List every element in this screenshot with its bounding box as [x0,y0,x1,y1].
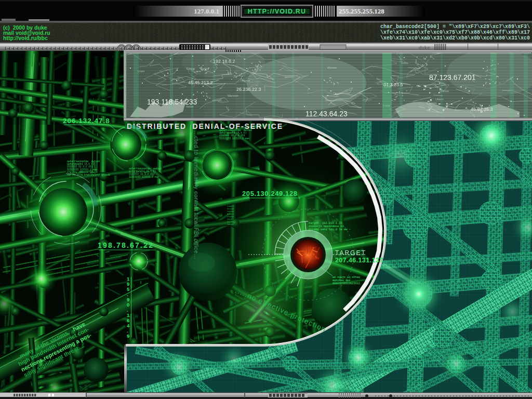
svg-text:Woxwa: Woxwa [327,66,337,69]
svg-text:32313133 123321.2 ewe: 32313133 123321.2 ewe [129,176,159,178]
svg-text:255.255.255.128: 255.255.255.128 [339,7,384,15]
svg-text:46.82.35.3: 46.82.35.3 [471,107,493,112]
svg-text:112.43.64.23: 112.43.64.23 [305,110,348,118]
svg-text:dskakd owkq ldq,d lw ww –: dskakd owkq ldq,d lw ww – [309,228,351,231]
svg-text:HTTP://VOID.RU: HTTP://VOID.RU [248,8,307,15]
svg-text:char_basecode2[500] = "\x89\xF: char_basecode2[500] = "\x89\xF7\x29\xc7\… [380,24,530,30]
svg-text:32313133 123321.2 ewe: 32313133 123321.2 ewe [219,137,249,140]
svg-text:11011: 11011 [227,205,234,207]
svg-text:198.78.67.22: 198.78.67.22 [98,241,154,249]
svg-text:rwr rt rrrw krwklkwjrrr wrwwww: rwr rt rrrw krwklkwjrrr wrwwww [67,174,110,176]
svg-text:DISTRIBUTED DENIAL-OF-SERVICE: DISTRIBUTED DENIAL-OF-SERVICE [127,122,283,130]
svg-text:127.0.0.1: 127.0.0.1 [194,7,219,15]
svg-text:Lrwm: Lrwm [138,70,145,73]
svg-text:...cted to immediately contact: ...cted to immediately contact local FBI… [193,131,200,259]
svg-text:31.3.23.5: 31.3.23.5 [383,82,403,87]
svg-text:http://void.ru/bbc: http://void.ru/bbc [3,35,48,41]
svg-text:01110: 01110 [227,208,234,210]
svg-text:192.18.6.2: 192.18.6.2 [213,59,235,64]
svg-text:10110: 10110 [227,223,234,225]
svg-text:10101: 10101 [227,218,234,220]
svg-text:\xfe\x74\x10\xfe\xc0\x75\xf7\x: \xfe\x74\x10\xfe\xc0\x75\xf7\x88\x46\xff… [380,30,530,35]
svg-text:45.45.213.2: 45.45.213.2 [188,80,213,85]
svg-text:TARGET: TARGET [335,249,366,257]
svg-text:26.236.22.3: 26.236.22.3 [236,87,261,92]
svg-text:87.123.67.201: 87.123.67.201 [429,73,476,82]
svg-text:00020202010023012: 00020202010023012 [332,282,360,285]
svg-text:Marwew: Marwew [228,94,238,97]
svg-text:206.132.47.8: 206.132.47.8 [63,117,110,125]
svg-text:193.118.54.233: 193.118.54.233 [147,98,197,106]
svg-text:01011: 01011 [227,213,234,215]
svg-text:\xeb\x31\xc0\xab\x31\xd2\xb0\x: \xeb\x31\xc0\xab\x31\xd2\xb0\x0b\xcd\x80… [380,35,530,41]
svg-text:207.46.131.137: 207.46.131.137 [335,257,383,264]
svg-text:01101: 01101 [227,221,234,223]
svg-text:10110: 10110 [227,210,234,212]
svg-text:11010: 11010 [227,216,234,218]
svg-text:Nwjaxa: Nwjaxa [241,79,250,82]
svg-text:205.130.249.128: 205.130.249.128 [242,190,298,197]
